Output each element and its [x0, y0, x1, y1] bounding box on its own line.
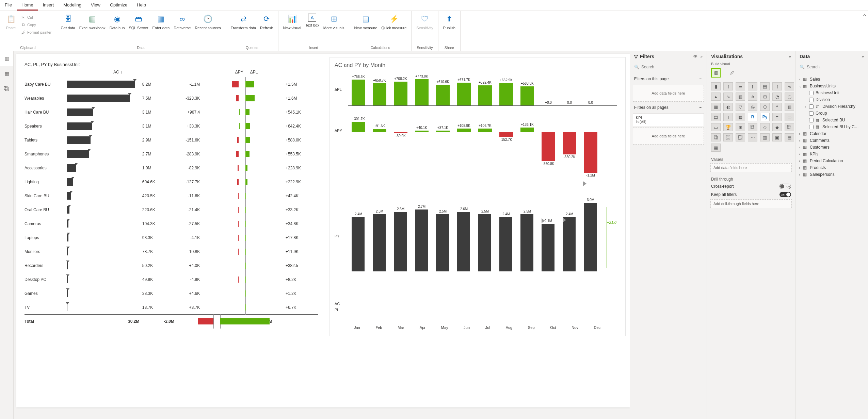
tab-file[interactable]: File	[0, 0, 17, 11]
search-input[interactable]	[807, 65, 864, 69]
viz-type-option[interactable]: ⫿	[723, 113, 733, 121]
table-node[interactable]: ›▦Salespersons	[798, 171, 866, 178]
values-well[interactable]: Add data fields here	[710, 163, 792, 172]
sql-button[interactable]: 🗃SQL Server	[127, 12, 150, 32]
new-visual-button[interactable]: 📊New visual	[281, 12, 303, 32]
viz-type-option[interactable]: ▤	[760, 82, 770, 90]
viz-type-option[interactable]: ◆	[772, 123, 782, 131]
table-node[interactable]: ›▦Calendar	[798, 130, 866, 137]
play-icon[interactable]	[563, 218, 566, 222]
table-row[interactable]: Recorders 50.2K +4.0K +382.5	[25, 258, 318, 272]
tab-insert[interactable]: Insert	[38, 0, 59, 11]
drill-well[interactable]: Add drill-through fields here	[710, 199, 792, 208]
expand-icon[interactable]: »	[700, 54, 703, 59]
data-search[interactable]: 🔍	[798, 63, 865, 71]
expand-icon[interactable]: »	[789, 54, 791, 59]
field-node[interactable]: ▦Selected BU	[798, 117, 866, 123]
viz-type-option[interactable]: ▭	[785, 113, 794, 121]
recent-sources-button[interactable]: 🕑Recent sources	[193, 12, 223, 32]
table-row[interactable]: Tablets 2.9M -151.6K +588.0K	[25, 133, 318, 147]
field-node[interactable]: Division	[798, 96, 866, 103]
table-node[interactable]: ⌄▦BusinessUnits	[798, 83, 866, 89]
play-icon[interactable]	[583, 181, 586, 186]
viz-type-option[interactable]: ⋔	[748, 93, 757, 101]
text-box-button[interactable]: AText box	[303, 12, 321, 29]
excel-button[interactable]: ▦Excel workbook	[77, 12, 108, 32]
page-filter-drop[interactable]: Add data fields here	[633, 85, 704, 102]
viz-type-option[interactable]: ⫿	[723, 82, 733, 90]
table-node[interactable]: ›▦KPIs	[798, 151, 866, 157]
header-dpy[interactable]: ΔPY	[169, 70, 247, 74]
table-row[interactable]: Baby Care BU 8.2M -1.1M +1.5M	[25, 77, 318, 91]
play-icon[interactable]	[542, 218, 545, 223]
build-visual-tab[interactable]: ▥	[711, 68, 721, 78]
copy-button[interactable]: ⧉Copy	[19, 21, 53, 29]
sensitivity-button[interactable]: 🛡Sensitivity	[414, 12, 435, 32]
table-node[interactable]: ›▦Products	[798, 164, 866, 171]
report-canvas[interactable]: AC, PL, PY by BusinessUnit AC ↓ ΔPY ΔPL …	[14, 51, 630, 419]
viz-type-option[interactable]: ▥	[760, 133, 770, 141]
tab-view[interactable]: View	[86, 0, 105, 11]
viz-type-option[interactable]: ∿	[785, 82, 794, 90]
search-input[interactable]	[641, 65, 703, 69]
viz-type-option[interactable]: ⊞	[760, 93, 770, 101]
viz-type-option[interactable]: ⿴	[736, 133, 745, 141]
data-view-button[interactable]: ▦	[0, 66, 13, 81]
viz-type-option[interactable]: ⿴	[723, 133, 733, 141]
table-node[interactable]: ›▦Comments	[798, 137, 866, 144]
table-row[interactable]: TV 13.7K +3.7K +6.7K	[25, 300, 318, 314]
viz-type-option[interactable]: ⿻	[711, 133, 721, 141]
viz-type-option[interactable]: ∿	[723, 93, 733, 101]
quick-measure-button[interactable]: ⚡Quick measure	[379, 12, 408, 32]
field-node[interactable]: ›⇵Division Hierarchy	[798, 103, 866, 110]
viz-type-option[interactable]: ◇	[760, 123, 770, 131]
viz-type-option[interactable]: ᴬ	[772, 103, 782, 111]
table-row[interactable]: Games 38.3K +4.6K +1.2K	[25, 286, 318, 300]
data-hub-button[interactable]: ◉Data hub	[108, 12, 127, 32]
get-data-button[interactable]: 🗄Get data	[59, 12, 77, 32]
model-view-button[interactable]: ⿻	[0, 81, 13, 96]
all-filter-drop[interactable]: Add data fields here	[633, 128, 704, 145]
table-node[interactable]: ›▦Sales	[798, 76, 866, 83]
tab-modeling[interactable]: Modeling	[59, 0, 86, 11]
viz-type-option[interactable]: ▮	[711, 82, 721, 90]
viz-type-option[interactable]: ⿻	[785, 123, 794, 131]
table-row[interactable]: Wearables 7.5M -323.3K +1.6M	[25, 91, 318, 105]
viz-type-option[interactable]: ⿻	[748, 123, 757, 131]
viz-type-option[interactable]: ▤	[785, 133, 794, 141]
viz-type-option[interactable]: ◔	[772, 93, 782, 101]
filters-on-page-header[interactable]: Filters on this page⋯	[630, 74, 707, 83]
filters-search[interactable]: 🔍	[633, 63, 704, 71]
header-ac[interactable]: AC ↓	[67, 70, 169, 74]
viz-type-option[interactable]: ⫿	[772, 82, 782, 90]
viz-type-option[interactable]: ⫿	[748, 82, 757, 90]
viz-type-option[interactable]: Py	[760, 113, 770, 121]
viz-type-option[interactable]: ▲	[711, 93, 721, 101]
format-visual-tab[interactable]: 🖊	[727, 68, 737, 78]
expand-icon[interactable]: »	[862, 54, 864, 59]
tab-optimize[interactable]: Optimize	[105, 0, 132, 11]
table-row[interactable]: Desktop PC 49.9K -4.9K +8.2K	[25, 272, 318, 286]
format-painter-button[interactable]: 🖌Format painter	[19, 29, 53, 36]
viz-type-option[interactable]: ⋯	[748, 133, 757, 141]
table-row[interactable]: Monitors 78.7K -10.8K +11.9K	[25, 245, 318, 258]
viz-type-option[interactable]: ▽	[736, 103, 745, 111]
field-node[interactable]: Group	[798, 110, 866, 117]
viz-type-option[interactable]: 🏆	[723, 123, 733, 131]
viz-type-option[interactable]: ⊞	[736, 123, 745, 131]
month-visual[interactable]: AC and PY by Month ΔPL +756.6K+658.7K+70…	[329, 57, 626, 336]
filters-on-all-header[interactable]: Filters on all pages⋯	[630, 103, 707, 112]
header-dpl[interactable]: ΔPL	[247, 70, 318, 74]
field-node[interactable]: BusinessUnit	[798, 89, 866, 96]
table-node[interactable]: ›▦Period Calculation	[798, 157, 866, 164]
refresh-button[interactable]: ⟳Refresh	[258, 12, 275, 32]
viz-type-option[interactable]: ▥	[736, 93, 745, 101]
new-measure-button[interactable]: ▤New measure	[352, 12, 379, 32]
viz-type-option[interactable]: ≣	[736, 82, 745, 90]
table-row[interactable]: Accessories 1.0M -82.9K +228.9K	[25, 161, 318, 175]
table-row[interactable]: Oral Care BU 220.6K -21.4K +33.2K	[25, 203, 318, 217]
publish-button[interactable]: ⬆Publish	[441, 12, 457, 32]
viz-type-option[interactable]: ◎	[748, 103, 757, 111]
dataverse-button[interactable]: ∞Dataverse	[172, 12, 193, 32]
kpi-filter-card[interactable]: KPI is (All)	[633, 113, 704, 126]
